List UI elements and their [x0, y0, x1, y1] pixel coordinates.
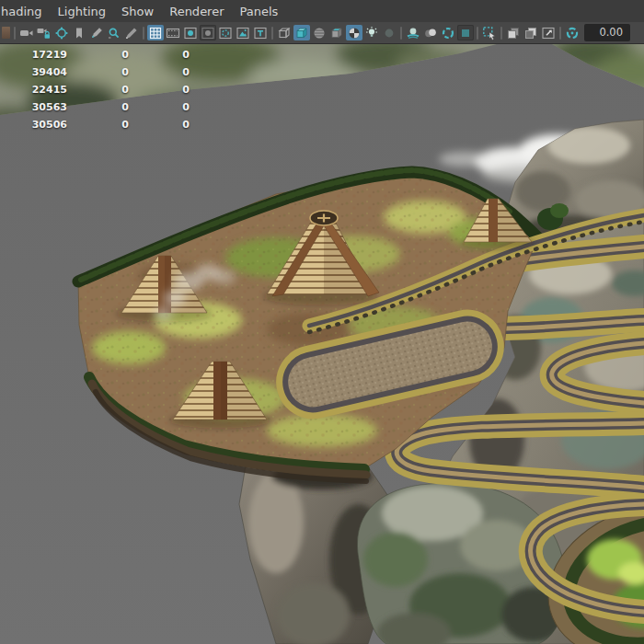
menu-renderer[interactable]: Renderer: [169, 5, 224, 18]
menu-show[interactable]: Show: [121, 5, 154, 18]
safe-title-icon[interactable]: [252, 25, 269, 40]
pan-zoom-icon[interactable]: [106, 25, 122, 40]
textured-cube-icon[interactable]: [328, 25, 345, 40]
menu-lighting[interactable]: Lighting: [58, 5, 107, 18]
layer-over-icon[interactable]: [523, 25, 539, 40]
grease-pencil-icon[interactable]: [88, 25, 105, 40]
isolate-select-icon[interactable]: [481, 25, 498, 40]
toolbar-separator: [477, 27, 478, 40]
depth-peeling-icon[interactable]: [457, 25, 474, 40]
menu-shading[interactable]: hading: [1, 5, 42, 18]
field-chart-icon[interactable]: [217, 25, 234, 40]
textured-display-icon[interactable]: [346, 25, 362, 40]
toolbar-separator: [143, 27, 144, 40]
motion-blur-icon[interactable]: [422, 25, 439, 40]
panel-menubar: hading Lighting Show Renderer Panels: [0, 0, 644, 22]
image-plane-icon[interactable]: [540, 25, 557, 40]
panel-toolbar: 0.00: [0, 22, 644, 44]
all-lights-icon[interactable]: [363, 25, 380, 40]
gate-mask-icon[interactable]: [200, 25, 216, 40]
toolbar-separator: [559, 27, 561, 40]
wireframe-on-shaded-icon[interactable]: [311, 25, 328, 40]
grid-icon[interactable]: [147, 25, 164, 40]
clipped-icon: [2, 27, 10, 39]
wireframe-cube-icon[interactable]: [276, 25, 293, 40]
resolution-gate-icon[interactable]: [182, 25, 199, 40]
anti-aliasing-icon[interactable]: [440, 25, 456, 40]
shaded-cube-icon[interactable]: [293, 25, 310, 40]
menu-panels[interactable]: Panels: [240, 5, 279, 18]
toolbar-separator: [500, 27, 502, 40]
bookmark-icon[interactable]: [71, 25, 87, 40]
safe-action-icon[interactable]: [235, 25, 251, 40]
toolbar-separator: [14, 27, 16, 40]
toolbar-separator: [271, 27, 273, 40]
camera-attributes-icon[interactable]: [53, 25, 70, 40]
toolbar-separator: [400, 27, 402, 40]
film-gate-icon[interactable]: [165, 25, 181, 40]
viewport-3d[interactable]: [0, 44, 644, 644]
pencil-icon[interactable]: [123, 25, 140, 40]
layer-front-icon[interactable]: [505, 25, 522, 40]
exposure-icon[interactable]: [564, 25, 581, 40]
ao-icon[interactable]: [405, 25, 421, 40]
camera-lock-icon[interactable]: [36, 25, 52, 40]
exposure-field[interactable]: 0.00: [584, 24, 630, 41]
camera-icon[interactable]: [18, 25, 35, 40]
shadows-icon[interactable]: [381, 25, 397, 40]
